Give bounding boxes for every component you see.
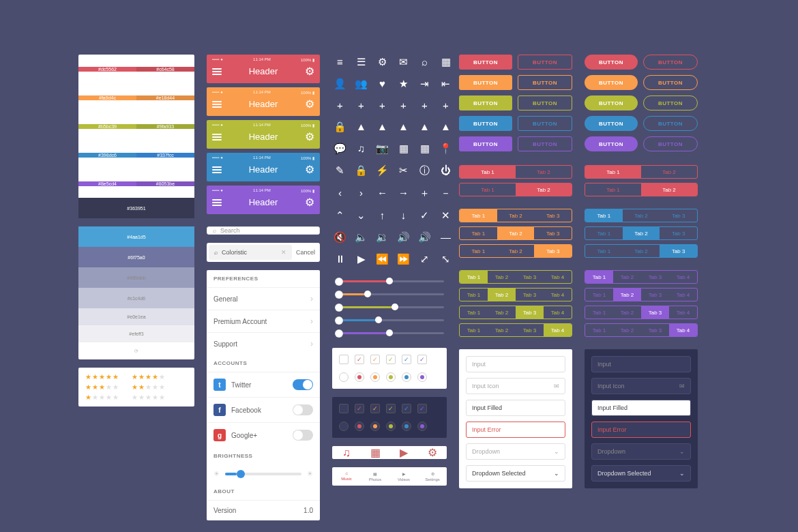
tab-1[interactable]: Tab 1 xyxy=(460,289,488,301)
button-filled[interactable]: BUTTON xyxy=(459,75,512,90)
tab-2[interactable]: Tab 2 xyxy=(623,227,660,239)
radio[interactable] xyxy=(339,372,349,382)
input-empty[interactable]: Input xyxy=(466,356,565,372)
tab-2[interactable]: Tab 2 xyxy=(488,324,516,336)
account-twitter[interactable]: tTwitter xyxy=(207,372,320,397)
checkbox[interactable]: ✓ xyxy=(386,355,396,364)
tab-2[interactable]: Tab 2 xyxy=(613,271,641,283)
tab-2[interactable]: Tab 2 xyxy=(497,227,535,239)
tab-1[interactable]: Tab 1 xyxy=(460,324,488,336)
search-input-filled[interactable]: ⌕ Coloristic ✕ xyxy=(209,245,292,260)
tab-music-icon[interactable]: ♫ xyxy=(332,446,361,459)
tab-2[interactable]: Tab 2 xyxy=(613,306,641,319)
tab-3[interactable]: Tab 3 xyxy=(641,271,669,283)
tab-1[interactable]: Tab 1 xyxy=(585,324,613,336)
search-input[interactable]: ⌕ Search xyxy=(207,226,320,235)
tab-1[interactable]: Tab 1 xyxy=(585,271,613,283)
button-filled[interactable]: BUTTON xyxy=(459,136,512,151)
tab-4[interactable]: Tab 4 xyxy=(669,306,697,319)
tab-1[interactable]: Tab 1 xyxy=(460,271,488,283)
tab-4[interactable]: Tab 4 xyxy=(669,271,697,283)
tab-1[interactable]: Tab 1 xyxy=(585,227,623,239)
button-filled[interactable]: BUTTON xyxy=(585,116,638,131)
settings-premium[interactable]: Premium Account› xyxy=(207,310,320,332)
button-filled[interactable]: BUTTON xyxy=(459,116,512,131)
tab-1[interactable]: Tab 1 xyxy=(460,227,497,239)
slider[interactable] xyxy=(335,306,444,308)
button-outline[interactable]: BUTTON xyxy=(643,75,698,90)
nav-settings[interactable]: ⚙Settings xyxy=(418,471,447,482)
cancel-button[interactable]: Cancel xyxy=(296,249,318,256)
settings-general[interactable]: General› xyxy=(207,287,320,310)
bottom-nav[interactable]: ♫Music ▦Photos ▶Videos ⚙Settings xyxy=(332,467,447,486)
tab-1[interactable]: Tab 1 xyxy=(585,306,613,319)
button-outline[interactable]: BUTTON xyxy=(643,136,698,151)
gear-icon[interactable]: ⚙ xyxy=(305,196,314,209)
tab-3[interactable]: Tab 3 xyxy=(516,306,544,319)
button-outline[interactable]: BUTTON xyxy=(518,75,572,90)
button-filled[interactable]: BUTTON xyxy=(585,55,638,70)
tab-1[interactable]: Tab 1 xyxy=(585,183,641,196)
radio[interactable] xyxy=(417,422,427,431)
toggle-off[interactable] xyxy=(293,430,313,441)
tab-2[interactable]: Tab 2 xyxy=(488,306,516,319)
dropdown-selected[interactable]: Dropdown Selected⌄ xyxy=(466,465,565,482)
menu-icon[interactable] xyxy=(212,67,222,76)
tab-1[interactable]: Tab 1 xyxy=(460,245,497,257)
button-outline[interactable]: BUTTON xyxy=(643,116,698,131)
slider[interactable] xyxy=(335,293,444,295)
radio[interactable] xyxy=(339,422,349,431)
tab-1[interactable]: Tab 1 xyxy=(585,245,623,257)
checkbox[interactable]: ✓ xyxy=(386,404,396,413)
button-outline[interactable]: BUTTON xyxy=(643,55,698,70)
toggle-off[interactable] xyxy=(293,404,313,415)
brightness-slider[interactable]: ☀☀ xyxy=(207,464,320,483)
button-filled[interactable]: BUTTON xyxy=(585,75,638,90)
tab-2[interactable]: Tab 2 xyxy=(488,271,516,283)
icon-tabbar[interactable]: ♫ ▦ ▶ ⚙ xyxy=(332,446,447,459)
radio[interactable] xyxy=(355,372,364,382)
tab-3[interactable]: Tab 3 xyxy=(660,209,697,222)
radio[interactable] xyxy=(370,372,380,382)
tab-1[interactable]: Tab 1 xyxy=(460,209,497,222)
slider[interactable] xyxy=(335,319,444,321)
input-icon[interactable]: Input Icon✉ xyxy=(466,378,565,394)
button-filled[interactable]: BUTTON xyxy=(585,136,638,151)
tab-3[interactable]: Tab 3 xyxy=(660,227,697,239)
menu-icon[interactable] xyxy=(212,165,222,175)
button-outline[interactable]: BUTTON xyxy=(643,95,698,110)
tab-3[interactable]: Tab 3 xyxy=(660,245,697,257)
tab-1[interactable]: Tab 1 xyxy=(585,289,613,301)
checkbox[interactable]: ✓ xyxy=(370,355,380,364)
tab-1[interactable]: Tab 1 xyxy=(460,166,516,178)
dropdown[interactable]: Dropdown⌄ xyxy=(591,443,691,460)
checkbox[interactable]: ✓ xyxy=(417,404,427,413)
menu-icon[interactable] xyxy=(212,198,222,207)
radio[interactable] xyxy=(386,372,396,382)
checkbox[interactable]: ✓ xyxy=(370,404,380,413)
tab-1[interactable]: Tab 1 xyxy=(585,166,641,178)
button-filled[interactable]: BUTTON xyxy=(459,95,512,110)
nav-videos[interactable]: ▶Videos xyxy=(389,471,418,482)
button-outline[interactable]: BUTTON xyxy=(518,95,572,110)
checkbox[interactable]: ✓ xyxy=(402,355,411,364)
gear-icon[interactable]: ⚙ xyxy=(305,130,314,143)
input-icon[interactable]: Input Icon✉ xyxy=(591,378,691,394)
slider[interactable] xyxy=(335,332,444,334)
tab-2[interactable]: Tab 2 xyxy=(516,166,572,178)
button-outline[interactable]: BUTTON xyxy=(518,116,572,131)
tab-2[interactable]: Tab 2 xyxy=(613,324,641,336)
button-outline[interactable]: BUTTON xyxy=(518,55,572,70)
input-filled[interactable]: Input Filled xyxy=(591,400,691,416)
checkbox[interactable]: ✓ xyxy=(402,404,411,413)
tab-2[interactable]: Tab 2 xyxy=(623,245,660,257)
gear-icon[interactable]: ⚙ xyxy=(305,163,314,176)
tab-2[interactable]: Tab 2 xyxy=(488,289,516,301)
tab-4[interactable]: Tab 4 xyxy=(544,271,572,283)
tab-1[interactable]: Tab 1 xyxy=(585,209,623,222)
tab-3[interactable]: Tab 3 xyxy=(516,324,544,336)
toggle-on[interactable] xyxy=(293,379,313,390)
tab-photo-icon[interactable]: ▦ xyxy=(361,446,389,459)
dropdown[interactable]: Dropdown⌄ xyxy=(466,443,565,460)
checkbox[interactable] xyxy=(339,404,349,413)
